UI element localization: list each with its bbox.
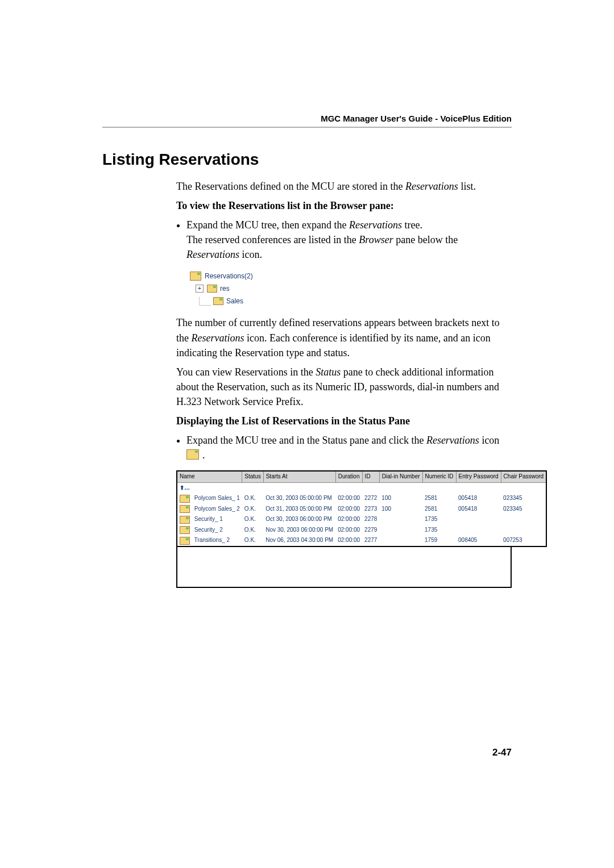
table-cell: 2279: [362, 525, 379, 536]
conference-icon: [180, 495, 190, 503]
table-cell: [379, 514, 422, 525]
tree-screenshot: Reservations(2) + res Sales: [190, 270, 281, 307]
conference-icon: [180, 526, 190, 534]
table-cell: 100: [379, 504, 422, 515]
tree-expand-icon: +: [196, 285, 204, 293]
tree-child2-label: Sales: [226, 297, 243, 306]
header-guide-title: MGC Manager User's Guide - VoicePlus Edi…: [102, 114, 512, 123]
table-cell: Oct 30, 2003 06:00:00 PM: [263, 514, 335, 525]
tree-connector-icon: [199, 297, 211, 306]
table-cell: 023345: [501, 493, 546, 504]
table-row: Polycom Sales_ 1O.K.Oct 30, 2003 05:00:0…: [177, 493, 546, 504]
reservations-icon: [190, 272, 201, 281]
p3-a: You can view Reservations in the: [176, 366, 316, 378]
table-cell: 2272: [362, 493, 379, 504]
intro-italic: Reservations: [405, 181, 458, 192]
b1-b: Reservations: [349, 219, 402, 231]
b2-b: Reservations: [426, 435, 479, 446]
p3-b: Status: [316, 366, 341, 378]
table-cell: 1735: [422, 514, 456, 525]
table-cell: Security_ 2: [177, 525, 242, 536]
table-cell: 008405: [456, 535, 501, 546]
table-cell: Polycom Sales_ 2: [177, 504, 242, 515]
bullet-item-1: Expand the MCU tree, then expand the Res…: [186, 218, 512, 262]
tree-child2-row: Sales: [190, 295, 281, 307]
section-title: Listing Reservations: [102, 151, 512, 169]
table-cell: 007253: [501, 535, 546, 546]
table-cell: 023345: [501, 504, 546, 515]
b1-l2a: The reserved conferences are listed in t…: [186, 234, 359, 245]
col-status: Status: [242, 471, 263, 482]
intro-post: list.: [458, 181, 476, 192]
table-cell: 02:00:00: [335, 504, 362, 515]
page-number: 2-47: [102, 747, 512, 758]
b1-l2b: Browser: [359, 234, 393, 245]
table-cell: [379, 535, 422, 546]
col-chair: Chair Password: [501, 471, 546, 482]
tree-child1-label: res: [220, 284, 230, 294]
b1-l2e: icon.: [239, 249, 262, 260]
table-cell: O.K.: [242, 493, 263, 504]
bullet-list-2: Expand the MCU tree and in the Status pa…: [186, 433, 512, 464]
conference-icon: [213, 297, 223, 305]
table-cell: 1759: [422, 535, 456, 546]
b2-c: icon: [479, 435, 500, 446]
table-cell: [501, 525, 546, 536]
para-3: You can view Reservations in the Status …: [176, 365, 512, 409]
table-cell: 02:00:00: [335, 525, 362, 536]
col-duration: Duration: [335, 471, 362, 482]
b1-l2d: Reservations: [186, 249, 239, 260]
bullet-list-1: Expand the MCU tree, then expand the Res…: [186, 218, 512, 262]
table-empty-area: [176, 547, 512, 588]
status-table-screenshot: Name Status Starts At Duration ID Dial-i…: [176, 470, 512, 588]
col-starts: Starts At: [263, 471, 335, 482]
table-cell: 005418: [456, 504, 501, 515]
table-cell: O.K.: [242, 514, 263, 525]
intro-paragraph: The Reservations defined on the MCU are …: [176, 179, 512, 194]
b1-c: tree.: [402, 219, 422, 231]
body-content: The Reservations defined on the MCU are …: [176, 179, 512, 588]
table-cell: 02:00:00: [335, 493, 362, 504]
document-page: MGC Manager User's Guide - VoicePlus Edi…: [0, 0, 614, 792]
table-row: Polycom Sales_ 2O.K.Oct 31, 2003 05:00:0…: [177, 504, 546, 515]
b1-l2c: pane below the: [393, 234, 458, 245]
col-name: Name: [177, 471, 242, 482]
table-cell: Oct 31, 2003 05:00:00 PM: [263, 504, 335, 515]
table-cell: O.K.: [242, 504, 263, 515]
table-cell: Nov 06, 2003 04:30:00 PM: [263, 535, 335, 546]
table-cell: [456, 525, 501, 536]
intro-pre: The Reservations defined on the MCU are …: [176, 181, 405, 192]
table-cell: Transitions_ 2: [177, 535, 242, 546]
col-entry: Entry Password: [456, 471, 501, 482]
conference-icon: [180, 505, 190, 513]
ellipsis-cell: ⬆…: [177, 482, 546, 493]
table-cell: [501, 514, 546, 525]
table-cell: Polycom Sales_ 1: [177, 493, 242, 504]
table-cell: [379, 525, 422, 536]
table-header-row: Name Status Starts At Duration ID Dial-i…: [177, 471, 546, 482]
header-divider: [102, 127, 512, 128]
display-heading: Displaying the List of Reservations in t…: [176, 414, 512, 428]
b2-a: Expand the MCU tree and in the Status pa…: [186, 435, 426, 446]
table-cell: 2278: [362, 514, 379, 525]
table-row: Transitions_ 2O.K.Nov 06, 2003 04:30:00 …: [177, 535, 546, 546]
table-cell: 2581: [422, 504, 456, 515]
para-2: The number of currently defined reservat…: [176, 315, 512, 360]
table-cell: 2273: [362, 504, 379, 515]
p2-b: Reservations: [192, 332, 244, 344]
bullet-item-2: Expand the MCU tree and in the Status pa…: [186, 433, 512, 464]
table-cell: 2581: [422, 493, 456, 504]
tree-root-label: Reservations(2): [205, 272, 253, 281]
table-ellipsis-row: ⬆…: [177, 482, 546, 493]
table-cell: O.K.: [242, 525, 263, 536]
table-cell: Security_ 1: [177, 514, 242, 525]
table-cell: 100: [379, 493, 422, 504]
conference-icon: [180, 537, 190, 545]
col-numeric: Numeric ID: [422, 471, 456, 482]
table-cell: 1735: [422, 525, 456, 536]
col-id: ID: [362, 471, 379, 482]
tree-child1-row: + res: [190, 282, 281, 295]
view-heading: To view the Reservations list in the Bro…: [176, 198, 512, 213]
table-cell: Nov 30, 2003 06:00:00 PM: [263, 525, 335, 536]
b1-a: Expand the MCU tree, then expand the: [186, 219, 349, 231]
